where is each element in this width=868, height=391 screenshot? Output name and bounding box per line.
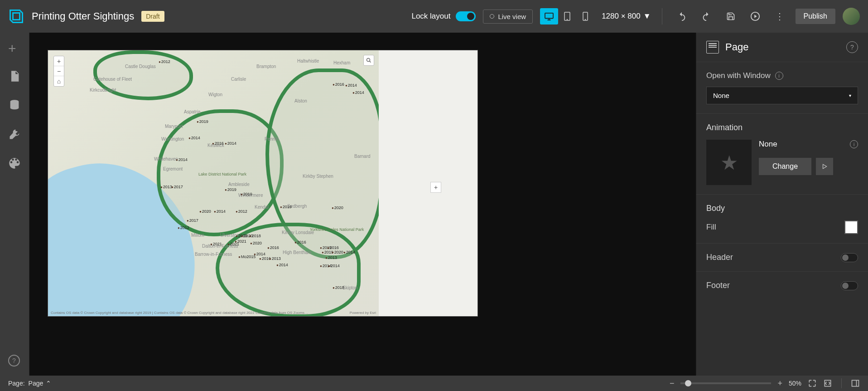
fit-width-icon[interactable] <box>808 379 817 388</box>
sighting-pin[interactable]: 2016 <box>333 82 344 87</box>
sighting-pin[interactable]: Mo2015 <box>238 254 256 259</box>
sighting-pin[interactable]: 2020 <box>250 241 262 245</box>
sighting-pin[interactable]: 2016 <box>267 245 279 250</box>
sighting-pin[interactable]: 2014 <box>345 83 357 88</box>
sighting-pin[interactable]: 2012 <box>178 225 189 230</box>
header-toggle[interactable] <box>841 253 858 262</box>
sighting-pin[interactable]: 2016 <box>294 240 306 244</box>
sighting-pin[interactable]: 2014 <box>225 141 236 146</box>
redo-button[interactable] <box>698 8 715 25</box>
sighting-pin[interactable]: 2016 <box>212 141 224 146</box>
help-button[interactable]: ? <box>8 355 21 367</box>
map-zoom-controls[interactable]: + − ⌂ <box>53 56 64 87</box>
zoom-out-button[interactable]: − <box>54 66 64 76</box>
fill-label: Fill <box>706 223 716 232</box>
page-canvas[interactable]: + − ⌂ Castle DouglasKirkcudbrightGatehou… <box>48 50 478 317</box>
zoom-in-button[interactable]: + <box>777 379 782 388</box>
sighting-pin[interactable]: 2020 <box>199 209 211 214</box>
canvas-dimensions-dropdown[interactable]: 1280 × 800 ▼ <box>602 12 651 21</box>
place-label: Kirkcudbright <box>90 88 116 93</box>
sighting-pin[interactable]: 2016 <box>327 245 339 250</box>
add-block-button[interactable]: + <box>430 182 441 193</box>
more-menu-button[interactable]: ⋮ <box>771 8 788 25</box>
sighting-pin[interactable]: 2018 <box>333 285 344 290</box>
zoom-in-button[interactable]: + <box>54 56 64 66</box>
place-label: Carlisle <box>231 77 246 82</box>
live-view-button[interactable]: Live view <box>483 10 533 24</box>
fit-height-icon[interactable] <box>823 379 832 388</box>
preview-button[interactable] <box>747 8 764 25</box>
svg-point-2 <box>567 20 568 20</box>
sighting-pin[interactable]: 2014 <box>328 264 340 268</box>
play-animation-button[interactable] <box>816 158 833 175</box>
sighting-pin[interactable]: 2013 <box>160 185 172 189</box>
change-animation-button[interactable]: Change <box>759 158 811 175</box>
sighting-pin[interactable]: 2014 <box>343 250 355 254</box>
place-label: Workington <box>161 137 184 142</box>
sighting-pin[interactable]: 2019 <box>225 187 236 192</box>
device-desktop-button[interactable] <box>540 8 558 24</box>
place-label: Ambleside <box>228 182 250 187</box>
toggle-rpanel-icon[interactable] <box>851 379 860 388</box>
publish-button[interactable]: Publish <box>796 9 835 24</box>
place-label: Haltwhistle <box>297 59 319 64</box>
sighting-pin[interactable]: 2014 <box>352 90 364 95</box>
body-heading: Body <box>706 204 858 213</box>
footer-toggle-label: Footer <box>706 281 730 290</box>
device-tablet-button[interactable] <box>558 8 576 24</box>
page-selector[interactable]: Page ⌃ <box>29 380 52 387</box>
help-icon[interactable]: ? <box>846 41 858 53</box>
sighting-pin[interactable]: 2014 <box>188 136 200 140</box>
page-nav-icon[interactable] <box>8 70 21 83</box>
sighting-pin[interactable]: 2014 <box>276 263 288 267</box>
zoom-slider[interactable] <box>680 382 771 384</box>
sighting-pin[interactable]: 2012 <box>159 59 170 64</box>
map-widget[interactable]: + − ⌂ Castle DouglasKirkcudbrightGatehou… <box>48 50 379 316</box>
place-label: Egremont <box>163 166 183 171</box>
place-label: Penrith <box>265 137 279 142</box>
add-widget-button[interactable]: + <box>8 41 21 54</box>
sighting-pin[interactable]: 2021 <box>235 239 246 244</box>
map-attribution: Contains OS data © Crown Copyright and d… <box>51 311 376 315</box>
sighting-pin[interactable]: 2021 <box>210 242 222 246</box>
sighting-pin[interactable]: 2014 <box>254 252 265 256</box>
sighting-pin[interactable]: 2014 <box>176 157 188 162</box>
svg-rect-9 <box>852 380 859 386</box>
info-icon[interactable]: i <box>850 140 858 148</box>
user-avatar[interactable] <box>843 8 860 25</box>
sighting-pin[interactable]: 2013 <box>269 256 281 261</box>
home-extent-button[interactable]: ⌂ <box>54 76 64 86</box>
place-label: Kirkby Lonsdale <box>282 230 314 235</box>
open-with-window-select[interactable]: None ▾ <box>706 87 858 104</box>
info-icon[interactable]: i <box>775 72 783 80</box>
sighting-pin[interactable]: 2017 <box>171 185 183 189</box>
sighting-pin[interactable]: 2012 <box>236 209 247 214</box>
theme-nav-icon[interactable] <box>8 157 21 170</box>
sighting-pin[interactable]: 2019 <box>197 119 208 124</box>
lock-layout-toggle[interactable] <box>456 11 476 21</box>
data-nav-icon[interactable] <box>8 99 21 112</box>
save-button[interactable] <box>722 8 739 25</box>
sighting-pin[interactable]: 2020 <box>332 205 343 210</box>
place-label: Millom <box>191 233 204 238</box>
utilities-nav-icon[interactable] <box>8 128 21 141</box>
sighting-pin[interactable]: 2019 <box>280 205 292 209</box>
sighting-pin[interactable]: 2019 <box>241 192 252 196</box>
canvas-area[interactable]: + − ⌂ Castle DouglasKirkcudbrightGatehou… <box>29 33 696 376</box>
live-dot-icon <box>490 14 494 19</box>
park-label: Lake District National Park <box>198 172 246 176</box>
undo-button[interactable] <box>673 8 690 25</box>
fill-color-swatch[interactable] <box>844 220 858 234</box>
sighting-pin[interactable]: 2018 <box>249 234 261 238</box>
map-search-button[interactable] <box>363 55 374 66</box>
zoom-out-button[interactable]: − <box>670 379 675 388</box>
sighting-pin[interactable]: 2017 <box>187 218 198 223</box>
sighting-pin[interactable]: 2014 <box>214 209 226 214</box>
divider <box>662 8 662 24</box>
draft-badge: Draft <box>141 11 164 22</box>
sighting-pin[interactable]: 2013 <box>325 255 337 260</box>
sighting-pin[interactable]: 2020 <box>332 250 343 254</box>
footer-toggle[interactable] <box>841 281 858 290</box>
page-settings-icon <box>706 41 719 54</box>
device-mobile-button[interactable] <box>576 8 594 24</box>
